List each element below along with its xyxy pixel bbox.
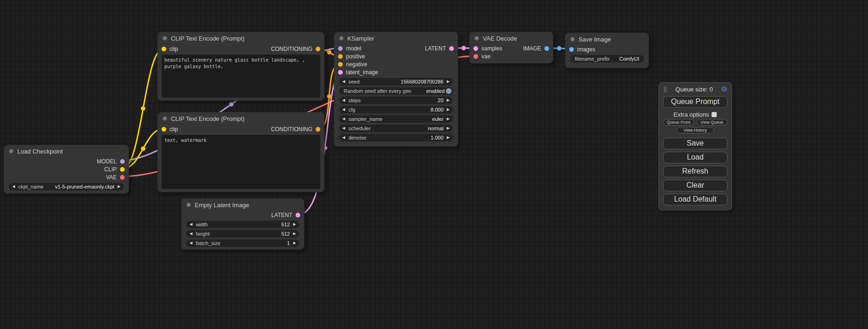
- node-clip-text-encode-positive[interactable]: CLIP Text Encode (Prompt) clip CONDITION…: [157, 32, 325, 101]
- collapse-dot-icon[interactable]: [339, 36, 344, 41]
- slot-row: LATENT: [182, 211, 304, 219]
- increment-arrow-icon[interactable]: ▶: [293, 232, 296, 236]
- widget-label: sampler_name: [348, 116, 382, 122]
- output-slot-clip[interactable]: [120, 167, 125, 172]
- output-slot-label: LATENT: [425, 45, 446, 52]
- load-default-button[interactable]: Load Default: [663, 194, 727, 205]
- slot-row: positive: [334, 52, 458, 60]
- decrement-arrow-icon[interactable]: ◀: [342, 126, 345, 130]
- widget-height[interactable]: ◀ height 512 ▶: [186, 230, 299, 238]
- increment-arrow-icon[interactable]: ▶: [447, 126, 450, 130]
- output-slot-latent[interactable]: [449, 46, 454, 51]
- widget-label: Random seed after every gen: [344, 88, 411, 94]
- widget-random-seed-toggle[interactable]: Random seed after every gen enabled: [339, 87, 453, 95]
- collapse-dot-icon[interactable]: [570, 37, 575, 42]
- increment-arrow-icon[interactable]: ▶: [293, 241, 296, 245]
- node-title-bar[interactable]: KSampler: [334, 32, 458, 44]
- node-title-bar[interactable]: CLIP Text Encode (Prompt): [158, 112, 324, 125]
- queue-prompt-button[interactable]: Queue Prompt: [663, 96, 727, 108]
- increment-arrow-icon[interactable]: ▶: [447, 117, 450, 121]
- widget-value: 512: [281, 231, 289, 237]
- widget-width[interactable]: ◀ width 512 ▶: [186, 221, 299, 228]
- input-slot-clip[interactable]: [162, 47, 166, 51]
- decrement-arrow-icon[interactable]: ◀: [342, 117, 345, 121]
- link-midpoint-dot: [327, 94, 332, 99]
- slot-row: negative: [334, 60, 458, 68]
- input-slot-negative[interactable]: [338, 62, 343, 67]
- decrement-arrow-icon[interactable]: ◀: [342, 80, 345, 84]
- widget-ckpt-name[interactable]: ◀ ckpt_name v1-5-pruned-emaonly.ckpt ▶: [9, 183, 124, 190]
- output-slot-conditioning[interactable]: [316, 47, 320, 51]
- input-slot-label: clip: [169, 46, 178, 52]
- widget-batch-size[interactable]: ◀ batch_size 1 ▶: [186, 239, 299, 247]
- widget-filename-prefix[interactable]: filename_prefix ComfyUI: [570, 55, 644, 63]
- view-history-row: View History: [663, 127, 727, 133]
- view-queue-button[interactable]: View Queue: [697, 119, 728, 126]
- node-ksampler[interactable]: KSampler model LATENT positive negative: [334, 32, 458, 147]
- view-history-button[interactable]: View History: [677, 127, 714, 133]
- node-title: KSampler: [347, 35, 374, 42]
- widget-label: ckpt_name: [18, 184, 43, 189]
- output-slot-model[interactable]: [120, 159, 125, 164]
- widget-seed[interactable]: ◀ seed 156680208700286 ▶: [339, 78, 453, 85]
- input-slot-clip[interactable]: [162, 127, 166, 132]
- output-slot-latent[interactable]: [296, 213, 300, 217]
- decrement-arrow-icon[interactable]: ◀: [190, 241, 192, 245]
- slot-row: model LATENT: [334, 44, 458, 52]
- negative-prompt-input[interactable]: text, watermark: [162, 135, 320, 189]
- input-slot-latent-image[interactable]: [338, 70, 343, 75]
- toggle-knob[interactable]: [446, 88, 452, 94]
- output-slot-image[interactable]: [544, 46, 549, 51]
- node-clip-text-encode-negative[interactable]: CLIP Text Encode (Prompt) clip CONDITION…: [157, 112, 325, 192]
- node-title-bar[interactable]: Empty Latent Image: [182, 199, 304, 211]
- input-slot-positive[interactable]: [338, 54, 343, 59]
- node-title-bar[interactable]: Load Checkpoint: [4, 145, 128, 157]
- decrement-arrow-icon[interactable]: ◀: [190, 232, 192, 236]
- load-button[interactable]: Load: [663, 152, 727, 163]
- input-slot-samples[interactable]: [473, 46, 478, 51]
- increment-arrow-icon[interactable]: ▶: [447, 98, 450, 102]
- widget-steps[interactable]: ◀ steps 20 ▶: [339, 97, 453, 104]
- slot-row: clip CONDITIONING: [158, 44, 324, 54]
- widget-scheduler[interactable]: ◀ scheduler normal ▶: [339, 125, 453, 132]
- widget-cfg[interactable]: ◀ cfg 8.000 ▶: [339, 106, 453, 113]
- node-vae-decode[interactable]: VAE Decode samples IMAGE vae: [469, 32, 553, 63]
- node-load-checkpoint[interactable]: Load Checkpoint MODEL CLIP VAE ◀ ckpt_na…: [4, 145, 129, 194]
- positive-prompt-input[interactable]: beautiful scenery nature glass bottle la…: [162, 55, 320, 98]
- extra-options-checkbox[interactable]: [712, 112, 717, 117]
- increment-arrow-icon[interactable]: ▶: [447, 108, 450, 112]
- node-graph-canvas[interactable]: Load Checkpoint MODEL CLIP VAE ◀ ckpt_na…: [0, 0, 868, 329]
- node-title-bar[interactable]: VAE Decode: [470, 32, 553, 44]
- increment-arrow-icon[interactable]: ▶: [447, 80, 450, 84]
- queue-front-button[interactable]: Queue Front: [663, 119, 694, 126]
- node-title-bar[interactable]: Save Image: [565, 33, 649, 45]
- collapse-dot-icon[interactable]: [9, 149, 14, 154]
- decrement-arrow-icon[interactable]: ◀: [342, 108, 345, 112]
- save-button[interactable]: Save: [663, 138, 727, 149]
- drag-handle-icon[interactable]: ⣿: [663, 86, 667, 92]
- increment-arrow-icon[interactable]: ▶: [118, 185, 120, 189]
- increment-arrow-icon[interactable]: ▶: [293, 223, 296, 226]
- decrement-arrow-icon[interactable]: ◀: [12, 185, 15, 189]
- node-title-bar[interactable]: CLIP Text Encode (Prompt): [158, 32, 324, 44]
- decrement-arrow-icon[interactable]: ◀: [342, 136, 345, 140]
- collapse-dot-icon[interactable]: [474, 36, 479, 41]
- output-slot-vae[interactable]: [120, 175, 125, 180]
- node-empty-latent-image[interactable]: Empty Latent Image LATENT ◀ width 512 ▶ …: [181, 198, 304, 250]
- input-slot-model[interactable]: [338, 46, 343, 51]
- widget-denoise[interactable]: ◀ denoise 1.000 ▶: [339, 134, 453, 141]
- output-slot-conditioning[interactable]: [316, 127, 320, 132]
- widget-sampler-name[interactable]: ◀ sampler_name euler ▶: [339, 115, 453, 123]
- node-save-image[interactable]: Save Image images filename_prefix ComfyU…: [565, 33, 649, 68]
- collapse-dot-icon[interactable]: [162, 116, 167, 121]
- clear-button[interactable]: Clear: [663, 180, 727, 191]
- collapse-dot-icon[interactable]: [162, 36, 167, 41]
- input-slot-vae[interactable]: [473, 54, 478, 59]
- collapse-dot-icon[interactable]: [186, 203, 191, 207]
- increment-arrow-icon[interactable]: ▶: [447, 136, 450, 140]
- settings-gear-icon[interactable]: ⚙: [721, 85, 727, 93]
- decrement-arrow-icon[interactable]: ◀: [190, 223, 192, 226]
- refresh-button[interactable]: Refresh: [663, 166, 727, 177]
- input-slot-images[interactable]: [569, 47, 574, 52]
- decrement-arrow-icon[interactable]: ◀: [342, 98, 345, 102]
